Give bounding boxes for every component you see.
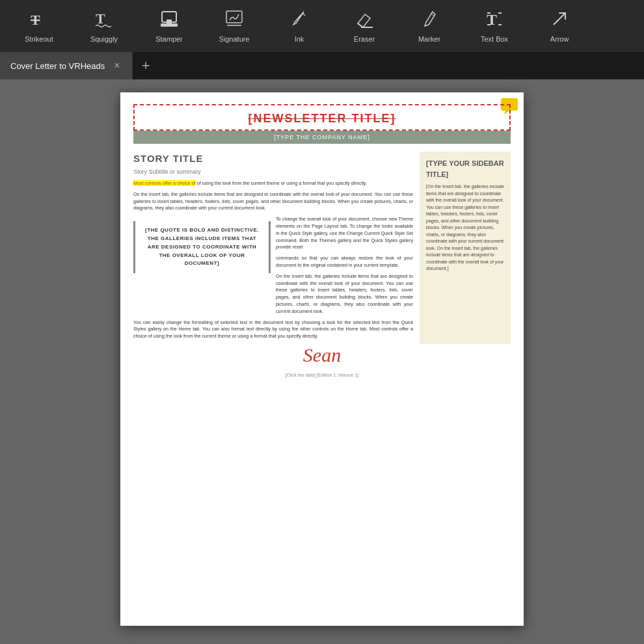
tool-marker[interactable]: Marker	[397, 2, 462, 51]
story-title: STORY TITLE	[133, 152, 413, 167]
tool-signature-label: Signature	[219, 35, 249, 43]
sidebar-column: [TYPE YOUR SIDEBAR TITLE] [On the Insert…	[420, 152, 511, 344]
tool-squiggly-label: Squiggly	[90, 35, 118, 43]
tool-stamper-label: Stamper	[155, 35, 183, 43]
tool-eraser-label: Eraser	[354, 35, 375, 43]
toolbar: T Strikeout T Squiggly Stamper	[0, 0, 644, 52]
paragraph-3: You can easily change the formatting of …	[133, 319, 413, 340]
tab-title: Cover Letter to VRHeads	[10, 61, 105, 71]
two-column-section: [THE QUOTE IS BOLD AND DISTINCTIVE. THE …	[133, 216, 413, 319]
newsletter-title: [NEWSLETTER TITLE]	[135, 112, 509, 126]
tool-arrow[interactable]: Arrow	[527, 2, 592, 51]
story-subtitle: Story Subtitle or summary	[133, 168, 413, 177]
tabbar: Cover Letter to VRHeads × +	[0, 52, 644, 79]
pull-quote: [THE QUOTE IS BOLD AND DISTINCTIVE. THE …	[133, 221, 271, 273]
tool-arrow-label: Arrow	[550, 35, 569, 43]
tool-eraser[interactable]: Eraser	[332, 2, 397, 51]
arrow-icon	[550, 9, 569, 31]
tool-strikeout-label: Strikeout	[25, 35, 53, 43]
main-area: [NEWSLETTER TITLE] [TYPE THE COMPANY NAM…	[0, 79, 644, 644]
svg-rect-4	[167, 20, 172, 23]
footer-text: [Click the date] [Edition 1, Volume 1]	[120, 373, 524, 377]
signature-icon	[224, 9, 244, 31]
ink-icon	[289, 9, 309, 31]
paragraph-1-rest: of using the look from the current theme…	[197, 180, 367, 186]
right-para-3: On the Insert tab, the galleries include…	[276, 273, 413, 315]
tool-textbox[interactable]: T Text Box	[462, 2, 527, 51]
content-area: STORY TITLE Story Subtitle or summary Mo…	[133, 152, 511, 344]
squiggly-icon: T	[94, 9, 114, 31]
tab-add-button[interactable]: +	[132, 52, 159, 79]
left-sub-column: [THE QUOTE IS BOLD AND DISTINCTIVE. THE …	[133, 216, 271, 319]
document: [NEWSLETTER TITLE] [TYPE THE COMPANY NAM…	[120, 92, 524, 626]
marker-icon	[420, 9, 439, 31]
svg-rect-3	[161, 23, 178, 27]
highlighted-text: Most controls offer a choice of	[133, 180, 196, 186]
tool-ink[interactable]: Ink	[267, 2, 332, 51]
right-sub-column: To change the overall look of your docum…	[276, 216, 413, 319]
textbox-icon: T	[485, 9, 504, 31]
svg-line-16	[554, 13, 565, 25]
tool-signature[interactable]: Signature	[202, 2, 267, 51]
tool-marker-label: Marker	[418, 35, 440, 43]
signature: Sean	[133, 344, 511, 366]
sidebar-text: [On the Insert tab, the galleries includ…	[426, 183, 504, 273]
newsletter-header: [NEWSLETTER TITLE]	[133, 104, 511, 131]
active-tab[interactable]: Cover Letter to VRHeads ×	[0, 52, 132, 79]
svg-line-7	[302, 13, 305, 16]
tool-textbox-label: Text Box	[481, 35, 508, 43]
svg-text:T: T	[96, 10, 105, 27]
right-para-2: commands so that you can always restore …	[276, 255, 413, 269]
tool-strikeout[interactable]: T Strikeout	[7, 2, 72, 51]
right-para-1: To change the overall look of your docum…	[276, 216, 413, 251]
paragraph-2: On the Insert tab, the galleries include…	[133, 191, 413, 212]
company-name: [TYPE THE COMPANY NAME]	[133, 131, 511, 144]
tab-close-button[interactable]: ×	[111, 59, 122, 73]
tool-stamper[interactable]: Stamper	[137, 2, 202, 51]
stamper-icon	[159, 9, 179, 31]
tool-ink-label: Ink	[295, 35, 304, 43]
signature-area: Sean	[133, 344, 511, 366]
eraser-icon	[355, 9, 374, 31]
sidebar-title: [TYPE YOUR SIDEBAR TITLE]	[426, 158, 504, 180]
svg-text:T: T	[31, 12, 40, 28]
main-column: STORY TITLE Story Subtitle or summary Mo…	[133, 152, 413, 344]
svg-rect-5	[226, 11, 242, 23]
strikeout-icon: T	[29, 9, 49, 31]
paragraph-1: Most controls offer a choice of of using…	[133, 180, 413, 187]
tool-squiggly[interactable]: T Squiggly	[72, 2, 137, 51]
